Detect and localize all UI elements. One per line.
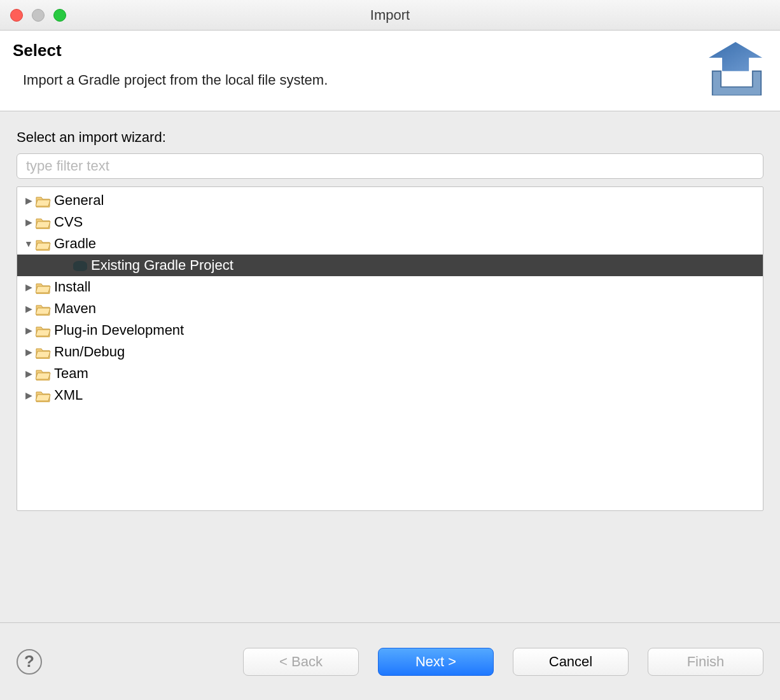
wizard-footer: ? < Back Next > Cancel Finish — [0, 622, 780, 700]
wizard-prompt: Select an import wizard: — [17, 129, 763, 146]
tree-folder[interactable]: ▶ Plug-in Development — [17, 319, 763, 341]
tree-folder[interactable]: ▶ General — [17, 190, 763, 211]
window-controls — [10, 9, 66, 22]
wizard-heading: Select — [13, 41, 328, 60]
wizard-body: Select an import wizard: ▶ General▶ CVS▼… — [0, 111, 780, 511]
folder-icon — [35, 344, 52, 360]
filter-input[interactable] — [17, 153, 763, 179]
tree-folder[interactable]: ▶ CVS — [17, 211, 763, 233]
tree-folder[interactable]: ▶ Run/Debug — [17, 341, 763, 363]
tree-item-label: XML — [54, 387, 83, 403]
tree-folder[interactable]: ▼ Gradle — [17, 233, 763, 255]
tree-item-label: Gradle — [54, 235, 96, 252]
tree-item-label: Maven — [54, 300, 96, 317]
chevron-right-icon[interactable]: ▶ — [24, 195, 34, 206]
folder-icon — [35, 322, 52, 339]
folder-icon — [35, 300, 52, 317]
tree-item-label: Existing Gradle Project — [91, 257, 233, 274]
back-button[interactable]: < Back — [243, 648, 359, 676]
window-title: Import — [0, 7, 780, 24]
chevron-right-icon[interactable]: ▶ — [24, 304, 34, 314]
wizard-header: Select Import a Gradle project from the … — [0, 31, 780, 111]
chevron-right-icon[interactable]: ▶ — [24, 347, 34, 357]
tree-item-label: General — [54, 192, 104, 209]
chevron-right-icon[interactable]: ▶ — [24, 368, 34, 379]
chevron-right-icon[interactable]: ▶ — [24, 217, 34, 227]
next-button[interactable]: Next > — [378, 648, 494, 676]
tree-folder[interactable]: ▶ Install — [17, 276, 763, 298]
chevron-down-icon[interactable]: ▼ — [24, 239, 34, 249]
tree-item-label: Team — [54, 365, 88, 382]
close-window-button[interactable] — [10, 9, 23, 22]
folder-icon — [35, 387, 52, 403]
folder-icon — [35, 279, 52, 295]
import-icon — [706, 41, 767, 95]
cancel-button[interactable]: Cancel — [513, 648, 629, 676]
tree-item[interactable]: Existing Gradle Project — [17, 255, 763, 276]
tree-item-label: Run/Debug — [54, 344, 125, 360]
zoom-window-button[interactable] — [53, 9, 66, 22]
gradle-icon — [72, 257, 88, 274]
tree-folder[interactable]: ▶ Maven — [17, 298, 763, 319]
tree-item-label: Install — [54, 279, 90, 295]
chevron-right-icon[interactable]: ▶ — [24, 282, 34, 292]
chevron-right-icon[interactable]: ▶ — [24, 390, 34, 400]
tree-folder[interactable]: ▶ Team — [17, 363, 763, 384]
folder-icon — [35, 365, 52, 382]
folder-icon — [35, 235, 52, 252]
svg-marker-0 — [709, 42, 762, 71]
wizard-subheading: Import a Gradle project from the local f… — [23, 72, 328, 88]
chevron-right-icon[interactable]: ▶ — [24, 325, 34, 335]
tree-item-label: Plug-in Development — [54, 322, 184, 339]
wizard-tree-container: ▶ General▶ CVS▼ GradleExisting Gradle Pr… — [17, 186, 763, 511]
folder-icon — [35, 192, 52, 209]
wizard-tree[interactable]: ▶ General▶ CVS▼ GradleExisting Gradle Pr… — [17, 187, 763, 409]
folder-icon — [35, 214, 52, 230]
minimize-window-button[interactable] — [32, 9, 45, 22]
help-button[interactable]: ? — [17, 649, 42, 675]
tree-folder[interactable]: ▶ XML — [17, 384, 763, 406]
finish-button[interactable]: Finish — [648, 648, 763, 676]
titlebar: Import — [0, 0, 780, 31]
tree-item-label: CVS — [54, 214, 83, 230]
